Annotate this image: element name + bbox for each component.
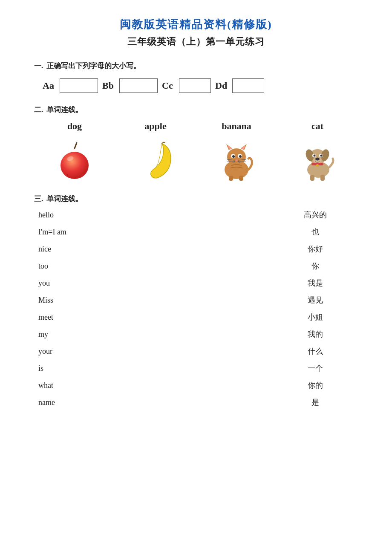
match-cn-5: 遇见 xyxy=(273,295,358,305)
letter-aa-box[interactable] xyxy=(60,78,98,93)
letter-bb-box[interactable] xyxy=(119,78,158,93)
svg-point-29 xyxy=(320,154,323,156)
svg-rect-19 xyxy=(239,176,243,181)
image-banana xyxy=(130,139,181,182)
match-cn-8: 什么 xyxy=(273,346,358,356)
match-row: name是 xyxy=(34,397,358,408)
letter-cc-box[interactable] xyxy=(179,78,211,93)
title-main: 闽教版英语精品资料(精修版) xyxy=(34,17,358,32)
match-en-8: your xyxy=(34,347,119,356)
match-en-1: I'm=I am xyxy=(34,228,119,237)
letter-dd-box[interactable] xyxy=(232,78,264,93)
words-row: dog apple banana cat xyxy=(34,121,358,132)
section-1: 一. 正确写出下列字母的大小写。 Aa Bb Cc Dd xyxy=(34,61,358,93)
svg-point-12 xyxy=(239,155,242,158)
section-2: 二. 单词连线。 dog apple banana cat xyxy=(34,105,358,182)
match-en-11: name xyxy=(34,398,119,407)
section2-instruction: 单词连线。 xyxy=(46,105,83,115)
match-cn-10: 你的 xyxy=(273,380,358,390)
match-row: you我是 xyxy=(34,278,358,288)
match-en-0: hello xyxy=(34,211,119,220)
letter-bb: Bb xyxy=(102,80,115,91)
match-cn-3: 你 xyxy=(273,261,358,271)
match-cn-11: 是 xyxy=(273,397,358,408)
match-row: hello高兴的 xyxy=(34,210,358,220)
svg-point-25 xyxy=(315,157,320,160)
match-en-3: too xyxy=(34,262,119,271)
match-cn-0: 高兴的 xyxy=(273,210,358,220)
letter-row: Aa Bb Cc Dd xyxy=(43,78,358,93)
svg-point-1 xyxy=(61,152,89,179)
section3-number: 三. xyxy=(34,194,43,204)
word-dog: dog xyxy=(47,121,102,132)
images-row xyxy=(34,139,358,182)
match-row: nice你好 xyxy=(34,244,358,254)
letter-aa: Aa xyxy=(43,80,55,91)
match-en-2: nice xyxy=(34,245,119,254)
match-cn-7: 我的 xyxy=(273,329,358,339)
match-row: meet小姐 xyxy=(34,312,358,322)
svg-rect-32 xyxy=(310,175,314,181)
svg-point-11 xyxy=(232,155,235,158)
svg-line-0 xyxy=(75,143,77,148)
section3-instruction: 单词连线。 xyxy=(46,194,83,204)
match-cn-1: 也 xyxy=(273,227,358,237)
section2-number: 二. xyxy=(34,105,43,115)
match-cn-2: 你好 xyxy=(273,244,358,254)
section-3: 三. 单词连线。 hello高兴的I'm=I am也nice你好too你you我… xyxy=(34,194,358,408)
word-apple: apple xyxy=(128,121,183,132)
image-cat xyxy=(211,139,262,182)
match-en-9: is xyxy=(34,364,119,373)
word-banana: banana xyxy=(209,121,264,132)
image-apple xyxy=(49,139,100,182)
section1-number: 一. xyxy=(34,61,43,71)
svg-point-28 xyxy=(314,154,316,156)
svg-point-4 xyxy=(227,148,246,165)
match-cn-6: 小姐 xyxy=(273,312,358,322)
match-row: too你 xyxy=(34,261,358,271)
match-cn-4: 我是 xyxy=(273,278,358,288)
match-row: Miss遇见 xyxy=(34,295,358,305)
match-en-4: you xyxy=(34,279,119,288)
match-en-7: my xyxy=(34,330,119,339)
image-dog xyxy=(292,139,343,182)
svg-rect-33 xyxy=(320,175,325,181)
match-en-5: Miss xyxy=(34,296,119,305)
section1-instruction: 正确写出下列字母的大小写。 xyxy=(46,61,141,71)
match-row: what你的 xyxy=(34,380,358,390)
letter-cc: Cc xyxy=(162,80,175,91)
word-cat: cat xyxy=(290,121,345,132)
match-en-10: what xyxy=(34,381,119,390)
match-row: your什么 xyxy=(34,346,358,356)
title-sub: 三年级英语（上）第一单元练习 xyxy=(34,35,358,48)
match-cn-9: 一个 xyxy=(273,363,358,373)
match-en-6: meet xyxy=(34,313,119,322)
letter-dd: Dd xyxy=(215,80,228,91)
match-table: hello高兴的I'm=I am也nice你好too你you我是Miss遇见me… xyxy=(34,210,358,408)
match-row: is一个 xyxy=(34,363,358,373)
svg-rect-18 xyxy=(229,176,233,181)
svg-point-31 xyxy=(316,164,319,167)
match-row: I'm=I am也 xyxy=(34,227,358,237)
match-row: my我的 xyxy=(34,329,358,339)
